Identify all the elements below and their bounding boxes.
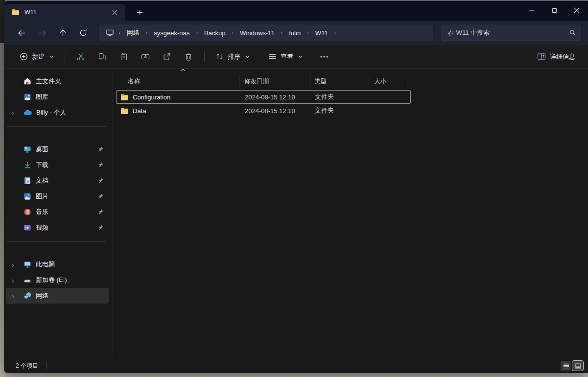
breadcrumb-item-windows11[interactable]: Windows-11: [236, 28, 279, 38]
search-box[interactable]: [441, 24, 581, 41]
column-header-name[interactable]: 名称: [116, 75, 239, 87]
close-button[interactable]: [565, 1, 588, 20]
search-icon[interactable]: [569, 29, 576, 36]
file-name: Data: [133, 107, 146, 115]
minimize-button[interactable]: [520, 1, 543, 20]
new-button-label: 新建: [32, 52, 45, 61]
file-row-configuration[interactable]: Configuration 2024-08-15 12:10 文件夹: [116, 90, 411, 104]
sidebar-item-onedrive[interactable]: › Billy - 个人: [6, 105, 109, 120]
sidebar-item-new-volume-e[interactable]: › 新加卷 (E:): [6, 272, 109, 288]
details-pane-label: 详细信息: [550, 52, 575, 61]
file-date: 2024-08-15 12:10: [240, 107, 310, 115]
this-pc-icon: [24, 260, 31, 268]
status-divider: [46, 362, 47, 369]
more-options-button[interactable]: [314, 48, 334, 65]
file-type: 文件夹: [310, 93, 370, 101]
rename-button[interactable]: [136, 48, 155, 65]
sidebar-item-label: 图库: [36, 93, 48, 101]
drive-icon: [24, 276, 31, 284]
tab-close-button[interactable]: [109, 6, 120, 18]
status-bar: 2 个项目: [4, 358, 588, 373]
music-icon: [24, 208, 31, 216]
cut-button[interactable]: [71, 48, 91, 65]
sidebar-item-label: 新加卷 (E:): [36, 276, 67, 284]
breadcrumb-chevron-icon: ›: [145, 30, 148, 36]
details-pane-button[interactable]: 详细信息: [532, 48, 580, 65]
chevron-right-icon[interactable]: ›: [12, 277, 14, 284]
breadcrumb-chevron-icon: ›: [118, 30, 121, 36]
desktop-icon: [24, 145, 31, 153]
sidebar-item-label: 图片: [36, 192, 48, 201]
sidebar-item-this-pc[interactable]: › 此电脑: [6, 257, 109, 272]
sidebar-item-videos[interactable]: 视频: [6, 220, 109, 236]
sidebar-item-downloads[interactable]: 下载: [6, 157, 109, 173]
paste-button[interactable]: [114, 48, 134, 65]
back-button[interactable]: [13, 24, 30, 41]
gallery-icon: [24, 93, 31, 101]
tab-title: W11: [24, 9, 104, 16]
column-header-type[interactable]: 类型: [309, 75, 369, 87]
maximize-button[interactable]: [543, 1, 565, 20]
sort-button[interactable]: 排序: [211, 48, 255, 65]
forward-button[interactable]: [33, 24, 51, 41]
breadcrumb-item-w11[interactable]: W11: [311, 28, 332, 38]
sidebar-item-pictures[interactable]: 图片: [6, 188, 109, 204]
pin-icon: [97, 209, 104, 215]
navigation-sidebar: 主文件夹 图库 › Billy - 个人: [4, 69, 113, 358]
column-header-size[interactable]: 大小: [369, 75, 407, 87]
sidebar-divider: [7, 126, 106, 127]
chevron-right-icon[interactable]: ›: [12, 292, 14, 300]
chevron-down-icon: [49, 55, 54, 58]
navigation-bar: › 网络 › sysgeek-nas › Backup › Windows-11…: [4, 21, 588, 45]
sidebar-item-music[interactable]: 音乐: [6, 204, 109, 220]
titlebar: W11: [4, 1, 588, 21]
sidebar-item-network[interactable]: › 网络: [6, 288, 109, 304]
explorer-tab[interactable]: W11: [4, 4, 125, 21]
item-count: 2 个项目: [16, 362, 38, 370]
sidebar-item-label: 主文件夹: [36, 77, 61, 86]
sidebar-item-gallery[interactable]: 图库: [6, 89, 109, 105]
thumbnail-view-toggle[interactable]: [572, 361, 583, 371]
delete-button[interactable]: [179, 48, 198, 65]
breadcrumb-chevron-icon: ›: [334, 30, 337, 36]
plus-circle-icon: [20, 52, 28, 61]
column-header-date[interactable]: 修改日期: [239, 75, 309, 87]
view-button[interactable]: 查看: [263, 48, 307, 65]
breadcrumb-item-nas[interactable]: sysgeek-nas: [150, 28, 193, 38]
breadcrumb-item-backup[interactable]: Backup: [200, 28, 229, 38]
new-button[interactable]: 新建: [15, 48, 59, 65]
chevron-right-icon[interactable]: ›: [12, 109, 14, 117]
sidebar-item-documents[interactable]: 文档: [6, 173, 109, 188]
breadcrumb-chevron-icon: ›: [195, 30, 198, 36]
chevron-down-icon: [245, 55, 250, 58]
sidebar-item-label: Billy - 个人: [36, 108, 66, 117]
sidebar-divider: [7, 241, 106, 242]
up-button[interactable]: [54, 24, 71, 41]
sidebar-item-desktop[interactable]: 桌面: [6, 141, 109, 157]
breadcrumb-chevron-icon: ›: [281, 30, 283, 36]
pin-icon: [97, 162, 104, 168]
command-toolbar: 新建 排序: [4, 45, 588, 69]
this-pc-icon[interactable]: [104, 29, 116, 37]
details-view-toggle[interactable]: [561, 361, 571, 371]
details-pane-icon: [537, 53, 546, 60]
copy-button[interactable]: [93, 48, 112, 65]
document-icon: [24, 177, 31, 185]
folder-icon: [12, 8, 20, 16]
search-input[interactable]: [448, 29, 569, 36]
pictures-icon: [24, 192, 31, 200]
file-row-data[interactable]: Data 2024-08-15 12:10 文件夹: [116, 104, 411, 118]
sidebar-item-label: 下载: [36, 161, 48, 169]
breadcrumb-item-fulin[interactable]: fulin: [285, 28, 305, 38]
chevron-right-icon[interactable]: ›: [12, 261, 14, 268]
pin-icon: [97, 146, 104, 153]
home-icon: [24, 77, 31, 85]
breadcrumb-item-network[interactable]: 网络: [123, 27, 143, 39]
column-headers: 名称 修改日期 类型 大小: [116, 74, 588, 88]
sidebar-item-label: 视频: [36, 223, 48, 232]
share-button[interactable]: [157, 48, 177, 65]
refresh-button[interactable]: [74, 24, 92, 41]
file-explorer-window: W11: [4, 1, 588, 373]
new-tab-button[interactable]: [132, 5, 147, 20]
sidebar-item-home[interactable]: 主文件夹: [6, 73, 109, 89]
